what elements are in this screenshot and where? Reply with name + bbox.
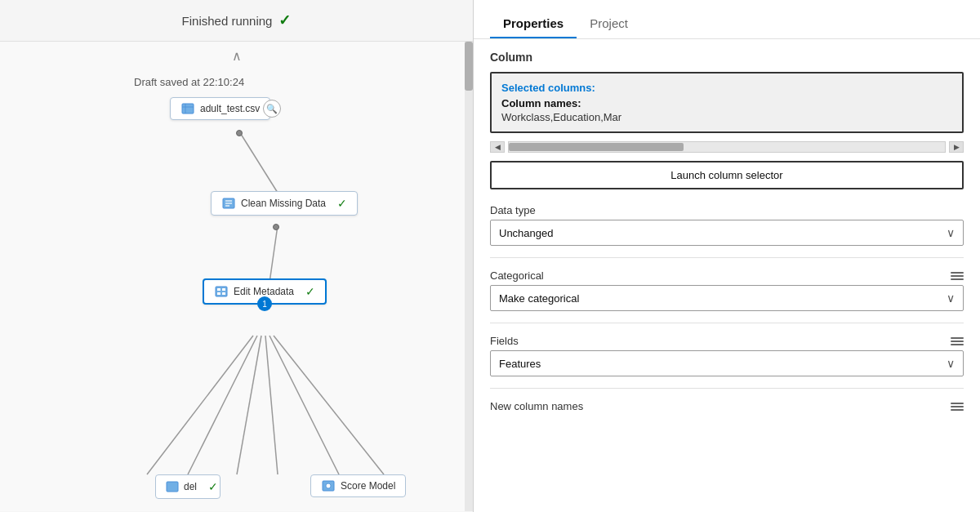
- selected-columns-label: Selected columns:: [501, 82, 952, 94]
- fields-chevron: ∨: [947, 357, 955, 370]
- canvas-header: Finished running ✓: [0, 0, 473, 42]
- node-search-button[interactable]: 🔍: [263, 100, 281, 118]
- scroll-up-button[interactable]: ∧: [232, 48, 242, 64]
- categorical-chevron: ∨: [947, 292, 955, 305]
- new-column-names-menu-icon[interactable]: [951, 403, 964, 411]
- divider-2: [490, 323, 964, 323]
- properties-panel: Properties Project Column Selected colum…: [474, 0, 980, 512]
- tab-properties[interactable]: Properties: [490, 10, 577, 38]
- svg-rect-22: [167, 482, 178, 492]
- svg-rect-17: [222, 288, 225, 291]
- tab-project[interactable]: Project: [577, 10, 641, 38]
- node-badge: 1: [257, 296, 272, 311]
- node-label: adult_test.csv: [200, 103, 260, 114]
- data-type-row: Data type Unchanged ∨: [490, 204, 964, 246]
- node-clean-missing[interactable]: Clean Missing Data ✓: [211, 191, 358, 216]
- launch-column-selector-button[interactable]: Launch column selector: [490, 161, 964, 189]
- node-partial-left[interactable]: del ✓: [155, 474, 220, 499]
- module-icon: [221, 198, 236, 209]
- svg-line-4: [237, 336, 261, 474]
- new-column-names-row: New column names: [490, 400, 964, 412]
- partial-check: ✓: [208, 480, 218, 493]
- metadata-icon: [214, 286, 229, 297]
- canvas-body: Draft saved at 22:10:24 ∧: [0, 42, 473, 511]
- categorical-dropdown[interactable]: Make categorical ∨: [490, 285, 964, 311]
- divider-1: [490, 257, 964, 258]
- canvas-panel: Finished running ✓ Draft saved at 22:10:…: [0, 0, 474, 512]
- data-type-dropdown[interactable]: Unchanged ∨: [490, 220, 964, 246]
- categorical-label: Categorical: [490, 269, 544, 282]
- selected-columns-box: Selected columns: Column names: Workclas…: [490, 72, 964, 133]
- column-names-label: Column names:: [501, 97, 952, 109]
- scroll-left-button[interactable]: ◀: [490, 141, 505, 153]
- new-column-names-label: New column names: [490, 400, 583, 412]
- categorical-menu-icon[interactable]: [951, 272, 964, 280]
- fields-menu-icon[interactable]: [951, 337, 964, 345]
- draft-saved-label: Draft saved at 22:10:24: [131, 74, 247, 90]
- canvas-scrollbar[interactable]: [465, 42, 473, 511]
- node-adult-test[interactable]: adult_test.csv 🔍: [170, 97, 270, 120]
- status-text: Finished running: [182, 14, 273, 28]
- score-icon: [321, 480, 336, 492]
- data-type-chevron: ∨: [947, 226, 955, 239]
- svg-rect-8: [182, 104, 194, 114]
- check-icon: ✓: [278, 11, 291, 29]
- dataset-icon: [180, 103, 195, 114]
- node-checkmark: ✓: [337, 197, 347, 210]
- node-label: Clean Missing Data: [241, 198, 326, 209]
- scroll-track[interactable]: [508, 141, 946, 153]
- partial-label: del: [184, 481, 197, 492]
- svg-rect-16: [217, 288, 220, 291]
- categorical-row: Categorical Make categorical ∨: [490, 269, 964, 311]
- fields-value: Features: [499, 358, 541, 370]
- section-title: Column: [490, 51, 964, 64]
- scroll-thumb: [509, 143, 684, 151]
- node-label: Edit Metadata: [234, 286, 294, 297]
- svg-line-6: [270, 336, 339, 474]
- column-names-value: Workclass,Education,Mar: [501, 111, 952, 123]
- module-icon-partial: [166, 481, 179, 492]
- scroll-right-button[interactable]: ▶: [949, 141, 964, 153]
- svg-line-3: [188, 336, 257, 474]
- fields-row: Fields Features ∨: [490, 335, 964, 376]
- node-checkmark: ✓: [305, 285, 315, 298]
- svg-point-21: [326, 483, 331, 488]
- svg-line-7: [274, 336, 384, 474]
- node-edit-metadata[interactable]: Edit Metadata ✓ 1: [203, 278, 327, 305]
- fields-dropdown[interactable]: Features ∨: [490, 350, 964, 376]
- conn-dot-1: [236, 130, 243, 136]
- node-score-model[interactable]: Score Model: [310, 474, 406, 497]
- divider-3: [490, 388, 964, 389]
- data-type-label: Data type: [490, 204, 536, 216]
- column-horizontal-scrollbar[interactable]: ◀ ▶: [490, 141, 964, 153]
- fields-label: Fields: [490, 335, 519, 347]
- svg-line-0: [239, 131, 278, 193]
- svg-rect-19: [222, 292, 225, 295]
- categorical-value: Make categorical: [499, 292, 579, 305]
- scrollbar-thumb[interactable]: [465, 42, 473, 91]
- svg-line-2: [147, 336, 253, 474]
- svg-line-5: [265, 336, 278, 474]
- svg-line-1: [270, 225, 278, 283]
- conn-dot-2: [273, 224, 279, 230]
- data-type-value: Unchanged: [499, 227, 554, 239]
- svg-rect-18: [217, 292, 220, 295]
- properties-content: Column Selected columns: Column names: W…: [474, 39, 980, 435]
- svg-rect-15: [216, 287, 227, 296]
- node-label: Score Model: [341, 480, 395, 492]
- properties-tabs: Properties Project: [474, 0, 980, 39]
